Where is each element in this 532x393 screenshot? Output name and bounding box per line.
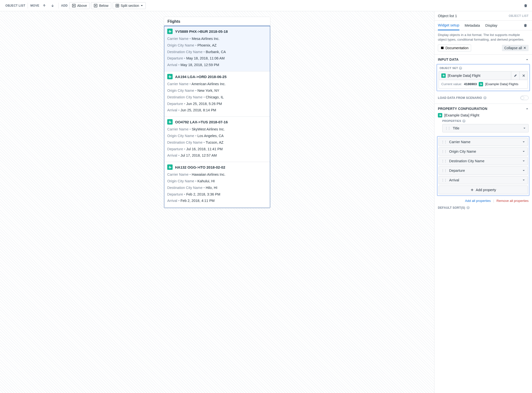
- property-row[interactable]: ⋮⋮Origin City Name: [439, 147, 528, 156]
- flight-item[interactable]: YV5889 PHX->BUR 2018-05-18Carrier Name •…: [164, 26, 270, 71]
- split-section-button[interactable]: Split section: [113, 2, 146, 9]
- split-icon: [115, 4, 119, 8]
- toolbar-move-label: MOVE: [30, 4, 39, 7]
- help-icon[interactable]: ?: [483, 96, 487, 99]
- arrow-down-icon: [51, 4, 54, 7]
- flight-property: Origin City Name • Kahului, HI: [167, 178, 267, 185]
- move-up-button[interactable]: [41, 2, 48, 9]
- help-icon[interactable]: ?: [462, 119, 466, 123]
- flight-property: Arrival • Jul 17, 2018, 12:57 AM: [167, 152, 267, 159]
- sidebar: Object list 1 OBJECT LIST Widget setup M…: [434, 11, 532, 393]
- flight-item[interactable]: HA132 OGG->ITO 2018-02-02Carrier Name • …: [164, 162, 270, 207]
- load-scenario-toggle[interactable]: [520, 96, 529, 100]
- flight-property: Carrier Name • American Airlines Inc.: [167, 81, 267, 87]
- plane-icon: [438, 113, 442, 117]
- edit-object-set-button[interactable]: [511, 71, 519, 80]
- section-input-data[interactable]: INPUT DATA: [434, 54, 532, 64]
- chevron-down-icon: [522, 140, 525, 143]
- help-icon[interactable]: ?: [466, 206, 470, 209]
- chevron-up-icon: [526, 107, 529, 110]
- flight-list: YV5889 PHX->BUR 2018-05-18Carrier Name •…: [164, 26, 270, 208]
- properties-label: PROPERTIES ?: [442, 119, 529, 123]
- flight-item[interactable]: OO4792 LAX->TUS 2018-07-16Carrier Name •…: [164, 117, 270, 162]
- plus-icon: [470, 188, 474, 192]
- property-row-title[interactable]: ⋮⋮ Title: [442, 124, 529, 132]
- drag-handle-icon[interactable]: ⋮⋮: [441, 159, 447, 163]
- tab-display[interactable]: Display: [485, 21, 497, 30]
- close-icon: [522, 74, 525, 77]
- plane-icon: [167, 29, 173, 34]
- object-set-value: [Example Data] Flight: [448, 74, 480, 78]
- sidebar-delete-button[interactable]: [522, 22, 529, 29]
- flight-property: Carrier Name • Mesa Airlines Inc.: [167, 35, 267, 42]
- flight-item[interactable]: AA194 LGA->ORD 2018-06-25Carrier Name • …: [164, 71, 270, 117]
- add-all-properties-link[interactable]: Add all properties: [465, 199, 491, 203]
- tab-metadata[interactable]: Metadata: [465, 21, 480, 30]
- flight-property: Destination City Name • Chicago, IL: [167, 94, 267, 101]
- add-above-button[interactable]: Above: [69, 2, 90, 9]
- plane-icon: [167, 119, 173, 125]
- sidebar-type-label: OBJECT LIST: [509, 14, 529, 18]
- flight-property: Destination City Name • Hilo, HI: [167, 185, 267, 191]
- properties-highlight: ⋮⋮Carrier Name⋮⋮Origin City Name⋮⋮Destin…: [437, 136, 530, 196]
- delete-button[interactable]: [522, 2, 529, 9]
- flight-property: Origin City Name • Los Angeles, CA: [167, 133, 267, 139]
- drag-handle-icon[interactable]: ⋮⋮: [441, 150, 447, 153]
- object-set-label: OBJECT SET ?: [439, 66, 528, 71]
- section-property-config[interactable]: PROPERTY CONFIGURATION: [434, 104, 532, 113]
- property-row[interactable]: ⋮⋮Carrier Name: [439, 138, 528, 146]
- tab-widget-setup[interactable]: Widget setup: [438, 21, 459, 30]
- add-below-button[interactable]: Below: [91, 2, 111, 9]
- add-above-icon: [72, 4, 76, 8]
- property-row[interactable]: ⋮⋮Departure: [439, 166, 528, 175]
- documentation-button[interactable]: Documentation: [438, 45, 471, 51]
- property-row[interactable]: ⋮⋮Arrival: [439, 176, 528, 184]
- flight-property: Arrival • Feb 2, 2018, 4:11 PM: [167, 197, 267, 204]
- add-below-icon: [94, 4, 98, 8]
- chevron-down-icon: [522, 150, 525, 153]
- add-property-button[interactable]: Add property: [439, 185, 528, 194]
- drag-handle-icon[interactable]: ⋮⋮: [441, 169, 447, 172]
- current-value-row: Current value: 4186903 [Example Data] Fl…: [439, 80, 528, 89]
- drag-handle-icon[interactable]: ⋮⋮: [441, 140, 447, 144]
- chevron-up-icon: [526, 58, 529, 61]
- flight-title: AA194 LGA->ORD 2018-06-25: [175, 75, 227, 79]
- object-set-selector: [Example Data] Flight: [439, 71, 528, 80]
- pencil-icon: [514, 74, 517, 77]
- flight-title: HA132 OGG->ITO 2018-02-02: [175, 165, 225, 169]
- tabs: Widget setup Metadata Display: [434, 21, 532, 30]
- chevron-down-icon: [522, 169, 525, 172]
- top-toolbar: OBJECT LIST MOVE ADD Above Below Split s…: [0, 0, 532, 11]
- move-down-button[interactable]: [49, 2, 56, 9]
- drag-handle-icon[interactable]: ⋮⋮: [445, 127, 450, 130]
- widget-title: Flights: [164, 17, 270, 26]
- chevron-down-icon: [522, 160, 525, 162]
- chevron-down-icon: [141, 4, 143, 7]
- clear-object-set-button[interactable]: [519, 71, 528, 80]
- sidebar-title: Object list 1: [438, 14, 457, 18]
- object-list-widget[interactable]: Flights YV5889 PHX->BUR 2018-05-18Carrie…: [164, 17, 270, 208]
- default-sort-label: DEFAULT SORT(S) ?: [438, 206, 529, 209]
- arrow-up-icon: [43, 4, 46, 7]
- flight-property: Destination City Name • Burbank, CA: [167, 49, 267, 55]
- flight-property: Departure • Jun 25, 2018, 5:26 PM: [167, 101, 267, 107]
- remove-all-properties-link[interactable]: Remove all properties: [497, 199, 529, 203]
- close-icon: [523, 46, 526, 49]
- help-icon[interactable]: ?: [459, 67, 462, 70]
- property-row[interactable]: ⋮⋮Destination City Name: [439, 157, 528, 165]
- flight-property: Departure • Jul 16, 2018, 11:41 PM: [167, 146, 267, 152]
- drag-handle-icon[interactable]: ⋮⋮: [441, 178, 447, 182]
- load-scenario-label: LOAD DATA FROM SCENARIO ?: [438, 96, 487, 100]
- collapse-all-button[interactable]: Collapse all: [502, 45, 529, 51]
- plane-icon: [167, 74, 173, 79]
- description-text: Display objects in a list format. The li…: [434, 30, 532, 45]
- object-set-highlight: OBJECT SET ? [Example Data] Flight Curre…: [436, 64, 530, 91]
- flight-property: Departure • May 18, 2018, 11:06 AM: [167, 55, 267, 62]
- flight-title: YV5889 PHX->BUR 2018-05-18: [175, 29, 228, 34]
- canvas: Flights YV5889 PHX->BUR 2018-05-18Carrie…: [0, 11, 434, 393]
- flight-property: Carrier Name • SkyWest Airlines Inc.: [167, 126, 267, 133]
- plane-icon: [167, 164, 173, 170]
- toolbar-object-list-label: OBJECT LIST: [5, 4, 25, 7]
- flight-property: Departure • Feb 2, 2018, 3:36 PM: [167, 191, 267, 198]
- toolbar-add-label: ADD: [61, 4, 68, 7]
